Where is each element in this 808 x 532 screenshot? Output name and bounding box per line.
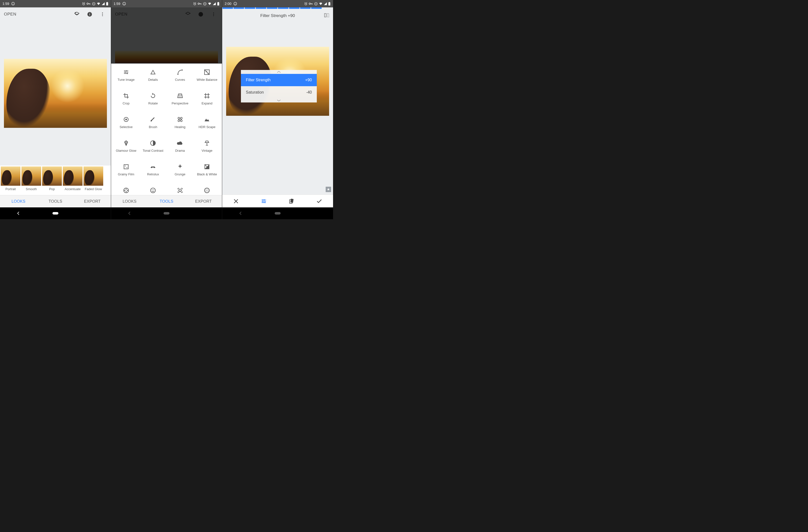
tool-hdr-scape[interactable]: HDR Scape <box>194 115 221 139</box>
tool-drama[interactable]: Drama <box>167 139 194 163</box>
tool-label: Healing <box>175 125 185 129</box>
tab-tools[interactable]: TOOLS <box>148 195 185 207</box>
tab-export[interactable]: EXPORT <box>185 195 222 207</box>
tool-dotcircle[interactable] <box>194 186 221 195</box>
tool-details[interactable]: Details <box>140 68 167 92</box>
compare-button[interactable] <box>324 12 330 19</box>
look-label: Portrait <box>5 187 16 191</box>
tab-looks[interactable]: LOOKS <box>111 195 148 207</box>
svg-point-9 <box>102 13 103 13</box>
tool-grainy-film[interactable]: Grainy Film <box>113 163 140 186</box>
tool-white-balance[interactable]: WB White Balance <box>194 68 221 92</box>
info-button[interactable] <box>85 10 94 19</box>
clock: 1:59 <box>2 2 9 6</box>
strength-segment <box>234 7 244 9</box>
tool-curves[interactable]: Curves <box>167 68 194 92</box>
nav-home[interactable] <box>164 210 169 216</box>
tab-tools[interactable]: TOOLS <box>37 195 74 207</box>
cancel-button[interactable] <box>230 195 242 207</box>
param-row-filter-strength[interactable]: Filter Strength+90 <box>241 74 317 86</box>
svg-point-42 <box>127 190 128 191</box>
look-item-smooth[interactable]: Smooth <box>21 166 41 195</box>
bw-icon <box>204 164 210 170</box>
tool-reel[interactable] <box>113 186 140 195</box>
nav-back[interactable] <box>238 210 244 216</box>
wifi-icon <box>96 2 100 5</box>
nav-home[interactable] <box>275 210 280 216</box>
look-item-pop[interactable]: Pop <box>42 166 62 195</box>
battery-icon <box>328 2 331 6</box>
svg-point-46 <box>152 189 152 190</box>
svg-rect-65 <box>325 14 326 17</box>
tool-expand[interactable]: Expand <box>194 92 221 115</box>
layers-button[interactable] <box>72 10 81 19</box>
nav-recent[interactable] <box>201 210 206 216</box>
tool-glamour-glow[interactable]: Glamour Glow <box>113 139 140 163</box>
svg-point-19 <box>213 13 214 13</box>
bottom-tabs: LOOKS TOOLS EXPORT <box>111 195 222 207</box>
tool-face[interactable] <box>140 186 167 195</box>
app-icon <box>11 2 15 6</box>
strength-segment <box>289 7 299 9</box>
look-thumb <box>21 166 41 186</box>
adjust-button[interactable] <box>258 195 270 207</box>
tool-vintage[interactable]: Vintage <box>194 139 221 163</box>
halfcircle-icon <box>150 140 156 146</box>
image-preview[interactable]: Filter Strength+90Saturation-40 <box>222 22 333 195</box>
param-overlay[interactable]: Filter Strength+90Saturation-40 <box>241 70 317 103</box>
svg-point-57 <box>206 191 206 191</box>
svg-text:W: W <box>206 70 208 72</box>
spark-icon <box>177 164 183 170</box>
tool-grunge[interactable]: Grunge <box>167 163 194 186</box>
status-bar: 2:00 <box>222 0 333 7</box>
tab-export[interactable]: EXPORT <box>74 195 111 207</box>
tool-brush[interactable]: Brush <box>140 115 167 139</box>
nav-recent[interactable] <box>89 210 95 216</box>
tool-crop[interactable]: Crop <box>113 92 140 115</box>
tool-smileframe[interactable] <box>167 186 194 195</box>
look-item-portrait[interactable]: Portrait <box>0 166 21 195</box>
svg-point-66 <box>264 199 265 200</box>
overflow-button[interactable] <box>98 10 107 19</box>
dnd-icon <box>203 2 207 6</box>
tool-healing[interactable]: Healing <box>167 115 194 139</box>
svg-rect-16 <box>217 2 219 5</box>
tool-perspective[interactable]: Perspective <box>167 92 194 115</box>
filter-bottom-bar <box>222 195 333 207</box>
nav-home[interactable] <box>53 210 58 216</box>
svg-rect-70 <box>290 199 294 203</box>
look-item-accentuate[interactable]: Accentuate <box>62 166 83 195</box>
signal-icon <box>213 2 216 5</box>
param-row-saturation[interactable]: Saturation-40 <box>241 86 317 98</box>
favorite-badge[interactable] <box>326 187 331 192</box>
svg-point-11 <box>102 15 103 16</box>
nav-recent[interactable] <box>312 210 317 216</box>
svg-point-48 <box>179 189 181 192</box>
svg-point-25 <box>177 74 178 75</box>
looks-strip[interactable]: Portrait Smooth Pop Accentuate Faded Glo… <box>0 166 111 195</box>
tool-retrolux[interactable]: Retrolux <box>140 163 167 186</box>
tool-black-white[interactable]: Black & White <box>194 163 221 186</box>
image-preview[interactable] <box>0 21 111 166</box>
open-button[interactable]: OPEN <box>4 12 16 17</box>
tab-looks[interactable]: LOOKS <box>0 195 37 207</box>
look-item-faded-glow[interactable]: Faded Glow <box>83 166 104 195</box>
tool-tonal-contrast[interactable]: Tonal Contrast <box>140 139 167 163</box>
tool-label: Brush <box>149 125 157 129</box>
photo <box>115 51 218 63</box>
nav-back[interactable] <box>127 210 132 216</box>
tool-tune-image[interactable]: Tune Image <box>113 68 140 92</box>
reel-icon <box>123 187 129 194</box>
tool-rotate[interactable]: Rotate <box>140 92 167 115</box>
screen-looks: 1:59 OPEN Portrait Smooth Pop <box>0 0 111 219</box>
svg-rect-7 <box>89 14 90 15</box>
tool-selective[interactable]: Selective <box>113 115 140 139</box>
styles-button[interactable] <box>286 195 297 207</box>
apply-button[interactable] <box>313 195 325 207</box>
smileframe-icon <box>177 187 183 194</box>
mustache-icon <box>150 164 156 170</box>
nav-back[interactable] <box>16 210 21 216</box>
photo <box>4 59 107 128</box>
mountain-icon <box>204 116 210 123</box>
svg-point-55 <box>206 189 206 190</box>
